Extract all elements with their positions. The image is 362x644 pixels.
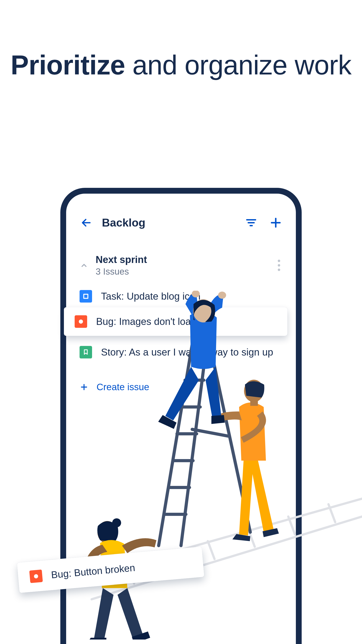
sprint-section-header[interactable]: Next sprint 3 Issues	[66, 230, 296, 276]
chevron-up-icon	[80, 262, 88, 270]
bug-icon	[29, 570, 43, 583]
issue-row-task[interactable]: Task: Update blog icon	[66, 276, 296, 302]
section-subtitle: 3 Issues	[96, 266, 271, 276]
create-issue-label: Create issue	[96, 382, 149, 392]
header-actions	[245, 216, 283, 230]
collapse-toggle[interactable]	[79, 261, 88, 270]
marketing-headline: Prioritize and organize work	[0, 48, 362, 82]
svg-rect-7	[84, 295, 87, 298]
svg-point-8	[79, 320, 83, 324]
plus-icon	[79, 382, 88, 392]
back-button[interactable]	[79, 216, 93, 230]
story-icon	[79, 346, 92, 358]
add-button[interactable]	[269, 216, 283, 230]
app-header: Backlog	[66, 194, 296, 230]
dragging-issue-card[interactable]: Bug: Images don't load	[64, 307, 287, 336]
headline-bold: Prioritize	[11, 50, 125, 80]
filter-button[interactable]	[245, 216, 258, 230]
plus-icon	[270, 216, 282, 229]
svg-point-11	[34, 574, 38, 578]
section-title: Next sprint	[96, 254, 271, 265]
bug-icon	[75, 315, 87, 328]
issue-label: Task: Update blog icon	[101, 291, 200, 302]
issue-label: Story: As a user I want a way to sign up	[101, 346, 273, 358]
section-text: Next sprint 3 Issues	[96, 254, 271, 276]
issue-label: Bug: Images don't load	[96, 316, 196, 327]
screen-title: Backlog	[102, 216, 236, 229]
section-more-button[interactable]	[278, 260, 283, 271]
create-issue-button[interactable]: Create issue	[66, 364, 296, 392]
issue-row-story[interactable]: Story: As a user I want a way to sign up	[66, 340, 296, 364]
back-arrow-icon	[81, 217, 92, 228]
more-vertical-icon	[278, 260, 280, 262]
svg-line-19	[329, 504, 335, 522]
headline-rest: and organize work	[125, 50, 352, 80]
issue-label: Bug: Button broken	[51, 562, 136, 581]
filter-icon	[245, 217, 257, 228]
task-icon	[79, 290, 92, 302]
